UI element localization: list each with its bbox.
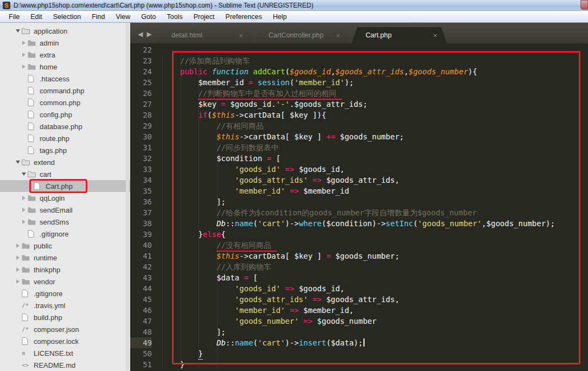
chevron-right-icon[interactable] [20,65,28,69]
line-number: 29 [130,120,152,131]
menu-tools[interactable]: Tools [161,11,188,22]
sidebar-item-composer-lock[interactable]: composer.lock [0,335,130,347]
menu-edit[interactable]: Edit [25,11,48,22]
sidebar-item-label: vendor [33,278,55,286]
line-number: 22 [130,44,152,55]
sidebar-item-public[interactable]: public [0,240,130,252]
sidebar-item-gitignore[interactable]: .gitignore [0,228,130,240]
code-text: $this->cartData[ $key ] += $goods_number… [152,131,404,142]
sidebar-item-vendor[interactable]: vendor [0,276,130,287]
sidebar-item-cart-php[interactable]: Cart.php [0,180,130,192]
sidebar-item-qqlogin[interactable]: qqLogin [0,192,130,204]
sidebar-item-database-php[interactable]: database.php [0,120,130,132]
chevron-right-icon[interactable] [20,196,28,200]
menu-project[interactable]: Project [188,11,220,22]
menu-help[interactable]: Help [267,11,292,22]
sidebar-item-label: extra [39,51,55,59]
chevron-right-icon[interactable] [14,267,22,272]
tab-label: CartController.php [269,31,323,39]
sidebar-item-gitignore[interactable]: .gitignore [0,287,130,299]
sidebar-item-route-php[interactable]: route.php [0,132,130,144]
folder-icon [28,63,39,70]
tab-label: Cart.php [366,31,392,39]
sidebar-item-build-php[interactable]: build.php [0,311,130,323]
code-text: //添加商品到购物车 [152,55,250,66]
chevron-right-icon[interactable] [14,279,22,284]
sidebar-item-command-php[interactable]: command.php [0,85,130,97]
chevron-right-icon[interactable] [20,53,28,57]
sidebar-item-label: qqLogin [39,194,65,202]
menu-file[interactable]: File [3,11,25,22]
tab-bar: ◀ ▶ detail.html×CartController.php×Cart.… [130,23,588,43]
line-number: 42 [130,261,152,272]
line-number: 37 [130,207,152,218]
sidebar-item-admin[interactable]: admin [0,37,130,49]
folder-icon [28,207,39,213]
sidebar-item-sendsms[interactable]: sendSms [0,216,130,228]
chevron-right-icon[interactable] [20,208,28,212]
tab-scroll-left-icon[interactable]: ◀ [138,30,143,38]
line-number: 45 [130,294,152,305]
code-text: $key = $goods_id.'-'.$goods_attr_ids; [152,99,367,110]
sidebar-item-composer-json[interactable]: /*composer.json [0,323,130,335]
tab-close-icon[interactable]: × [239,31,243,40]
sidebar-scrollbar[interactable] [126,23,129,371]
sidebar-item-license-txt[interactable]: ≡LICENSE.txt [0,347,130,359]
line-number: 36 [130,196,152,207]
sidebar-item-label: .travis.yml [33,302,66,310]
line-number: 50 [130,348,152,359]
code-text: }else{ [152,229,226,240]
sidebar-item-extra[interactable]: extra [0,49,130,61]
chevron-right-icon[interactable] [20,220,28,224]
tab-cart-php[interactable]: Cart.php× [351,27,447,43]
sidebar-item-home[interactable]: home [0,61,130,73]
menu-goto[interactable]: Goto [136,11,161,22]
menu-preferences[interactable]: Preferences [220,11,267,22]
menu-view[interactable]: View [110,11,136,22]
chevron-down-icon[interactable] [14,161,22,164]
menu-selection[interactable]: Selection [48,11,86,22]
tab-close-icon[interactable]: × [336,31,340,40]
chevron-right-icon[interactable] [20,41,28,45]
tab-cartcontroller-php[interactable]: CartController.php× [254,27,350,43]
sidebar-item-readme-md[interactable]: <>README.md [0,359,130,371]
line-number: 27 [130,99,152,110]
line-number: 35 [130,186,152,196]
code-text: //同步到数据表中 [152,142,279,153]
chevron-down-icon[interactable] [20,172,28,176]
sidebar-file-tree: applicationadminextrahome.htaccesscomman… [0,23,130,371]
tab-scroll-right-icon[interactable]: ▶ [147,30,152,38]
chevron-right-icon[interactable] [14,255,22,260]
folder-icon [22,278,33,285]
sidebar-item-htaccess[interactable]: .htaccess [0,73,130,85]
sidebar-item-travis-yml[interactable]: /*.travis.yml [0,299,130,311]
sidebar-item-tags-php[interactable]: tags.php [0,144,130,156]
line-number: 47 [130,316,152,327]
sidebar-item-label: LICENSE.txt [33,349,73,357]
code-line-22[interactable]: 22 [130,44,588,55]
sidebar-item-runtime[interactable]: runtime [0,252,130,264]
sidebar-item-application[interactable]: application [0,25,130,37]
sidebar-item-thinkphp[interactable]: thinkphp [0,264,130,276]
tab-detail-html[interactable]: detail.html× [157,27,253,43]
menu-find[interactable]: Find [86,11,110,22]
sidebar-item-label: sendEmail [39,206,73,214]
file-icon [28,111,39,118]
sidebar-item-label: README.md [33,361,75,369]
tab-close-icon[interactable]: × [433,31,437,40]
menu-bar: FileEditSelectionFindViewGotoToolsProjec… [0,11,588,23]
code-area[interactable]: 2223 //添加商品到购物车24 public function addCar… [130,43,588,371]
sidebar-item-common-php[interactable]: common.php [0,97,130,108]
line-number: 34 [130,175,152,186]
folder-icon [22,266,33,273]
code-text: //给条件为$condition的goods_number字段自增数量为$goo… [152,207,477,218]
sidebar-item-extend[interactable]: extend [0,156,130,168]
chevron-right-icon[interactable] [14,244,22,248]
sidebar-item-config-php[interactable]: config.php [0,108,130,120]
line-number: 24 [130,66,152,77]
sidebar-item-cart[interactable]: cart [0,168,130,180]
chevron-down-icon[interactable] [14,29,22,33]
window-close-button[interactable] [580,0,588,10]
sidebar-item-sendemail[interactable]: sendEmail [0,204,130,216]
sidebar-item-label: composer.json [33,325,79,334]
